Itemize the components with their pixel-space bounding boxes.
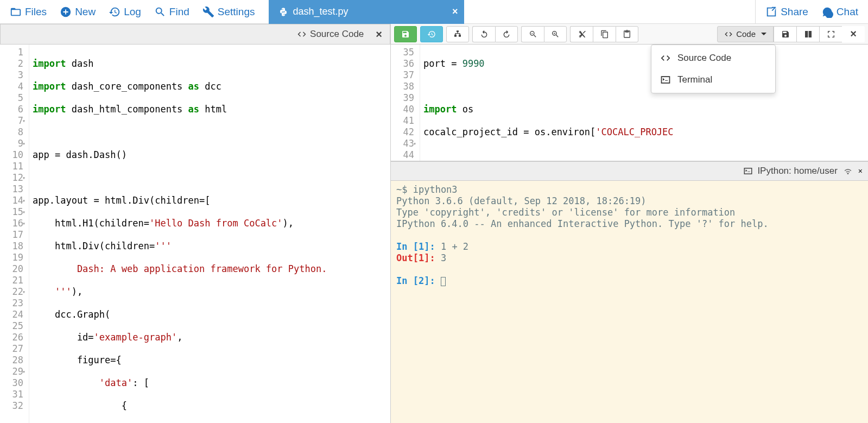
dropdown-label: Source Code	[677, 53, 731, 64]
t: ]:	[424, 241, 441, 252]
zoom-out-button[interactable]	[521, 26, 544, 42]
left-pane: Source Code × 12345678910111213141516171…	[0, 24, 391, 423]
right-code-area[interactable]: port = 9990 import os cocalc_project_id …	[420, 45, 868, 161]
undo-button[interactable]	[472, 26, 495, 42]
line-number: 3	[2, 70, 23, 81]
code-icon	[660, 53, 671, 64]
terminal-header: IPython: home/user ×	[391, 161, 868, 181]
terminal-line: Python 3.6.6 (default, Sep 12 2018, 18:2…	[396, 195, 863, 207]
wifi-icon	[843, 166, 853, 176]
line-number: 9	[2, 138, 23, 149]
line-number: 4	[2, 81, 23, 92]
kw: as	[188, 81, 199, 92]
terminal-close-icon[interactable]: ×	[858, 167, 863, 175]
copy-button[interactable]	[593, 26, 616, 42]
left-panel-close-icon[interactable]: ×	[372, 28, 385, 41]
terminal-icon	[660, 74, 671, 85]
line-number: 22	[2, 286, 23, 298]
chat-button[interactable]: Chat	[816, 3, 864, 21]
chat-label: Chat	[837, 6, 858, 18]
save-layout-button[interactable]	[774, 26, 796, 42]
id: dash_html_components	[66, 104, 188, 115]
files-button[interactable]: Files	[4, 3, 52, 21]
top-toolbar: Files New Log Find Settings dash_test.py…	[0, 0, 868, 24]
fullscreen-button[interactable]	[819, 26, 842, 42]
line-number: 11	[2, 161, 23, 172]
terminal[interactable]: ~$ ipython3 Python 3.6.6 (default, Sep 1…	[391, 181, 868, 423]
terminal-line: Type 'copyright', 'credits' or 'license'…	[396, 207, 863, 218]
folder-open-icon	[10, 6, 22, 18]
line-number: 14	[2, 195, 23, 206]
file-tab[interactable]: dash_test.py ×	[269, 0, 464, 24]
left-code-area[interactable]: import dash import dash_core_components …	[29, 45, 390, 423]
save-icon	[401, 30, 410, 39]
main-split: Source Code × 12345678910111213141516171…	[0, 24, 868, 423]
dropdown-item-terminal[interactable]: Terminal	[651, 69, 775, 91]
kw: import	[33, 81, 66, 92]
in-num: 2	[419, 275, 424, 286]
share-button[interactable]: Share	[760, 3, 814, 21]
code-icon	[297, 29, 307, 39]
line-number: 42	[393, 127, 414, 138]
redo-button[interactable]	[495, 26, 518, 42]
find-button[interactable]: Find	[149, 3, 195, 21]
expand-icon	[827, 30, 835, 39]
undo-redo-group	[472, 26, 518, 42]
python-icon	[278, 7, 288, 17]
tab-close-icon[interactable]: ×	[452, 6, 458, 17]
left-gutter: 1234567891011121314151617181920212223242…	[0, 45, 29, 423]
save-icon	[781, 30, 790, 39]
new-button[interactable]: New	[54, 3, 101, 21]
share-icon	[765, 6, 777, 18]
code-line: dcc.Graph(	[33, 309, 387, 320]
line-number: 5	[2, 92, 23, 104]
close-panel-button[interactable]: ×	[842, 26, 865, 42]
paste-button[interactable]	[616, 26, 638, 42]
right-editor[interactable]: 3536373839404142434445 port = 9990 impor…	[391, 45, 868, 161]
new-label: New	[75, 6, 96, 18]
cursor	[441, 277, 446, 286]
log-button[interactable]: Log	[103, 3, 147, 21]
str: '''	[33, 286, 72, 297]
in-label: In [	[396, 275, 419, 286]
line-number: 37	[393, 70, 414, 81]
line-number: 18	[2, 241, 23, 252]
code-dropdown-button[interactable]: Code	[717, 26, 774, 42]
line-number: 38	[393, 81, 414, 92]
wrench-icon	[202, 6, 214, 18]
t: port =	[423, 58, 462, 69]
left-editor[interactable]: 1234567891011121314151617181920212223242…	[0, 45, 390, 423]
files-label: Files	[25, 6, 47, 18]
expr: 1 + 2	[441, 241, 468, 252]
line-number: 20	[2, 263, 23, 275]
t: ),	[72, 286, 83, 297]
code-line: figure={	[33, 355, 387, 366]
val: 3	[441, 252, 446, 263]
dropdown-item-source-code[interactable]: Source Code	[651, 47, 775, 69]
code-line: {	[33, 400, 387, 412]
line-number: 16	[2, 218, 23, 229]
line-number: 1	[2, 47, 23, 58]
save-button[interactable]	[394, 26, 417, 42]
zoom-in-button[interactable]	[544, 26, 567, 42]
line-number: 32	[2, 400, 23, 412]
line-number: 13	[2, 184, 23, 195]
t: html.Div(children=	[33, 241, 155, 251]
settings-button[interactable]: Settings	[197, 3, 261, 21]
zoom-in-icon	[551, 30, 560, 39]
id: dash_core_components	[66, 81, 188, 92]
history-button[interactable]	[420, 26, 443, 42]
kw: import	[33, 58, 66, 69]
line-number: 19	[2, 252, 23, 263]
cut-icon	[578, 30, 586, 39]
split-columns-button[interactable]	[796, 26, 819, 42]
sitemap-button[interactable]	[446, 26, 469, 42]
kw: as	[188, 104, 199, 115]
zoom-group	[521, 26, 567, 42]
out-num: 1	[419, 252, 424, 263]
cut-button[interactable]	[570, 26, 593, 42]
code-dropdown-label: Code	[736, 29, 756, 39]
redo-icon	[502, 30, 511, 39]
history-icon	[427, 30, 436, 39]
line-number: 39	[393, 92, 414, 104]
